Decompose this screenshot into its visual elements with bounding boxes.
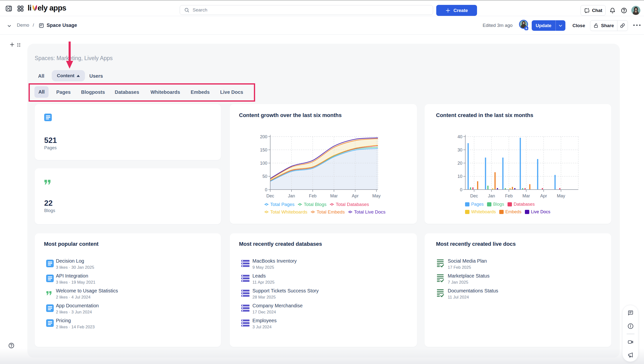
svg-text:Apr: Apr bbox=[352, 193, 358, 198]
svg-text:Jan: Jan bbox=[288, 193, 295, 198]
svg-text:Mar: Mar bbox=[330, 193, 338, 198]
svg-text:0: 0 bbox=[265, 187, 267, 192]
svg-text:May: May bbox=[557, 193, 565, 198]
svg-text:30: 30 bbox=[458, 148, 462, 152]
svg-text:10: 10 bbox=[458, 174, 462, 179]
svg-text:200: 200 bbox=[260, 134, 267, 139]
svg-text:Feb: Feb bbox=[309, 193, 316, 198]
svg-text:Dec: Dec bbox=[470, 193, 478, 198]
svg-text:Apr: Apr bbox=[540, 193, 547, 198]
svg-text:150: 150 bbox=[260, 148, 267, 152]
svg-text:Feb: Feb bbox=[505, 193, 513, 198]
svg-text:20: 20 bbox=[458, 161, 462, 166]
svg-text:Jan: Jan bbox=[488, 193, 495, 198]
svg-text:100: 100 bbox=[260, 161, 267, 166]
svg-text:50: 50 bbox=[262, 174, 267, 179]
svg-text:0: 0 bbox=[460, 187, 462, 192]
svg-text:40: 40 bbox=[458, 134, 462, 139]
svg-text:Mar: Mar bbox=[522, 193, 530, 198]
svg-text:Dec: Dec bbox=[266, 193, 274, 198]
svg-text:May: May bbox=[372, 193, 380, 198]
